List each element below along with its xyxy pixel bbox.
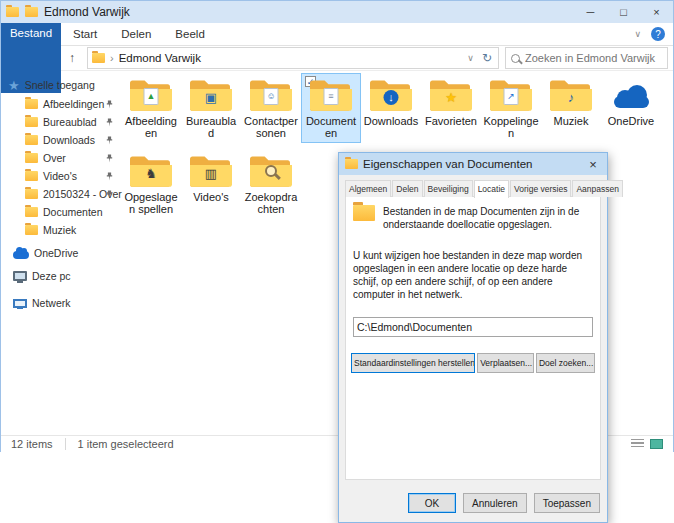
expand-ribbon-icon[interactable]: ∨ bbox=[634, 29, 641, 39]
onedrive-cloud-icon bbox=[609, 77, 653, 115]
sidebar-item-downloads[interactable]: Downloads bbox=[1, 131, 119, 149]
breadcrumb-chevron-icon[interactable]: › bbox=[110, 52, 114, 64]
file-item-contactpersonen[interactable]: ☺ Contactpersonen bbox=[241, 73, 301, 143]
tab-page-locatie: Bestanden in de map Documenten zijn in d… bbox=[345, 196, 601, 480]
document-glyph: ≡ bbox=[324, 88, 339, 105]
window-controls: ─ □ × bbox=[574, 1, 673, 23]
ok-button[interactable]: OK bbox=[408, 493, 456, 513]
picture-glyph: ▲ bbox=[144, 88, 159, 105]
view-toggles bbox=[631, 439, 663, 449]
refresh-icon[interactable]: ↻ bbox=[482, 51, 492, 65]
sidebar-item-bureaublad[interactable]: Bureaublad bbox=[1, 113, 119, 131]
file-label: Muziek bbox=[554, 115, 589, 127]
tab-locatie[interactable]: Locatie bbox=[474, 180, 509, 198]
onedrive-cloud-icon bbox=[13, 251, 29, 259]
cancel-button[interactable]: Annuleren bbox=[463, 493, 527, 513]
tab-beveiliging[interactable]: Beveiliging bbox=[424, 180, 473, 197]
contact-glyph: ☺ bbox=[264, 88, 279, 105]
sidebar-label: Video's bbox=[43, 170, 77, 182]
file-item-zoekopdrachten[interactable]: Zoekopdrachten bbox=[241, 149, 301, 219]
up-button[interactable]: ↑ bbox=[63, 51, 81, 65]
move-button[interactable]: Verplaatsen... bbox=[477, 353, 534, 373]
file-item-koppelingen[interactable]: ↗ Koppelingen bbox=[481, 73, 541, 143]
sidebar-item-videos[interactable]: Video's bbox=[1, 167, 119, 185]
restore-defaults-button[interactable]: Standaardinstellingen herstellen bbox=[351, 353, 475, 373]
maximize-button[interactable]: □ bbox=[607, 1, 640, 23]
star-glyph: ★ bbox=[445, 90, 457, 105]
links-folder-icon: ↗ bbox=[489, 77, 533, 115]
sidebar-label: Bureaublad bbox=[43, 116, 97, 128]
file-item-favorieten[interactable]: ★ Favorieten bbox=[421, 73, 481, 143]
tab-vorige-versies[interactable]: Vorige versies bbox=[510, 180, 571, 197]
apply-button[interactable]: Toepassen bbox=[534, 493, 600, 513]
qat-properties-icon[interactable] bbox=[25, 7, 38, 17]
sidebar-label: Muziek bbox=[43, 224, 76, 236]
tab-algemeen[interactable]: Algemeen bbox=[345, 180, 391, 197]
tab-beeld[interactable]: Beeld bbox=[163, 23, 216, 45]
monitor-glyph: ▣ bbox=[205, 90, 217, 105]
file-label: Downloads bbox=[364, 115, 418, 127]
file-item-documenten[interactable]: ✓ ≡ Documenten bbox=[301, 73, 361, 143]
dialog-title: Eigenschappen van Documenten bbox=[363, 158, 532, 170]
file-label: Video's bbox=[193, 191, 229, 203]
close-button[interactable]: × bbox=[640, 1, 673, 23]
find-target-button[interactable]: Doel zoeken... bbox=[536, 353, 595, 373]
pin-icon bbox=[105, 100, 114, 109]
film-strip-glyph: ▥ bbox=[205, 166, 217, 181]
thumbnails-view-icon[interactable] bbox=[650, 439, 663, 449]
tab-delen[interactable]: Delen bbox=[109, 23, 163, 45]
file-item-opgeslagen-spellen[interactable]: ♞ Opgeslagen spellen bbox=[121, 149, 181, 219]
file-item-bureaublad[interactable]: ▣ Bureaublad bbox=[181, 73, 241, 143]
help-icon[interactable]: ? bbox=[651, 27, 665, 41]
window-title: Edmond Varwijk bbox=[44, 5, 130, 19]
downloads-folder-icon: ↓ bbox=[369, 77, 413, 115]
breadcrumb[interactable]: Edmond Varwijk bbox=[119, 52, 201, 64]
sidebar-quick-access[interactable]: ★ Snelle toegang bbox=[1, 76, 119, 94]
tab-start[interactable]: Start bbox=[61, 23, 109, 45]
tab-delen[interactable]: Delen bbox=[392, 180, 422, 197]
address-bar[interactable]: › Edmond Varwijk ∨ ↻ bbox=[87, 47, 499, 69]
item-count: 12 items bbox=[11, 438, 53, 450]
sidebar-item-20150324-over[interactable]: 20150324 - Over bbox=[1, 185, 119, 203]
file-item-videos[interactable]: ▥ Video's bbox=[181, 149, 241, 219]
window-folder-icon bbox=[6, 7, 19, 17]
details-view-icon[interactable] bbox=[631, 439, 644, 449]
dialog-tab-strip: Algemeen Delen Beveiliging Locatie Vorig… bbox=[345, 180, 601, 197]
sidebar-item-muziek[interactable]: Muziek bbox=[1, 221, 119, 239]
file-item-downloads[interactable]: ↓ Downloads bbox=[361, 73, 421, 143]
folder-icon bbox=[25, 99, 38, 109]
address-dropdown-icon[interactable]: ∨ bbox=[467, 53, 474, 63]
sidebar-item-documenten[interactable]: Documenten bbox=[1, 203, 119, 221]
sidebar-item-netwerk[interactable]: Netwerk bbox=[1, 294, 119, 312]
search-input[interactable] bbox=[525, 52, 662, 64]
sidebar-item-onedrive[interactable]: OneDrive bbox=[1, 244, 119, 262]
folder-icon bbox=[25, 225, 38, 235]
network-icon bbox=[13, 299, 27, 308]
favorites-folder-icon: ★ bbox=[429, 77, 473, 115]
dialog-folder-icon bbox=[345, 159, 358, 169]
pin-icon bbox=[105, 136, 114, 145]
file-label: Koppelingen bbox=[483, 115, 539, 139]
location-path-input[interactable] bbox=[353, 317, 593, 337]
dialog-close-button[interactable]: × bbox=[579, 153, 607, 175]
file-label: Favorieten bbox=[425, 115, 477, 127]
sidebar-item-deze-pc[interactable]: Deze pc bbox=[1, 267, 119, 285]
file-item-onedrive[interactable]: OneDrive bbox=[601, 73, 661, 143]
pin-icon bbox=[105, 154, 114, 163]
selection-count: 1 item geselecteerd bbox=[78, 438, 174, 450]
file-item-muziek[interactable]: ♪ Muziek bbox=[541, 73, 601, 143]
file-label: Contactpersonen bbox=[243, 115, 299, 139]
search-box[interactable] bbox=[505, 47, 668, 69]
tab-aanpassen[interactable]: Aanpassen bbox=[572, 180, 623, 197]
pin-icon bbox=[105, 172, 114, 181]
ribbon-right: ∨ ? bbox=[634, 23, 673, 45]
file-item-afbeeldingen[interactable]: ▲ Afbeeldingen bbox=[121, 73, 181, 143]
minimize-button[interactable]: ─ bbox=[574, 1, 607, 23]
folder-icon bbox=[25, 207, 38, 217]
sidebar-item-afbeeldingen[interactable]: Afbeeldingen bbox=[1, 95, 119, 113]
sidebar-item-over[interactable]: Over bbox=[1, 149, 119, 167]
sidebar-label: Over bbox=[43, 152, 66, 164]
download-arrow-glyph: ↓ bbox=[384, 90, 399, 105]
file-label: Afbeeldingen bbox=[123, 115, 179, 139]
shortcut-arrow-glyph: ↗ bbox=[504, 88, 519, 105]
